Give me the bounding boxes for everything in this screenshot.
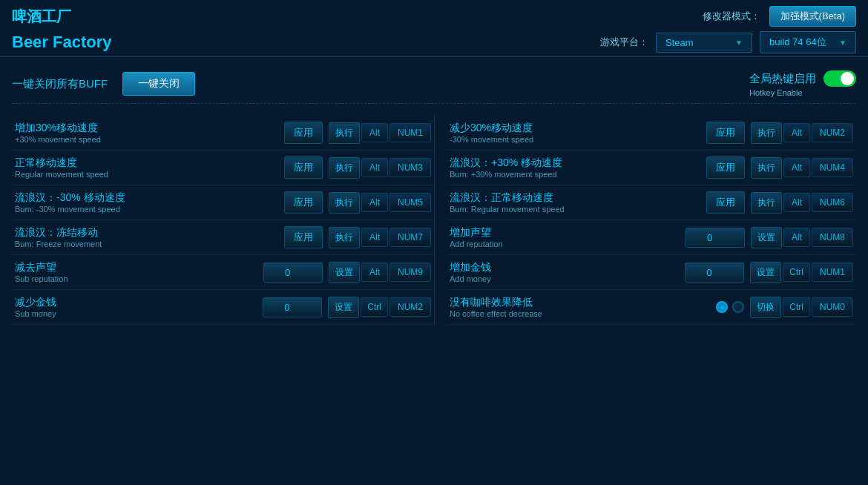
cheat-info: 流浪汉：冻结移动 Bum: Freeze movement	[15, 226, 278, 248]
add-money-input[interactable]	[685, 263, 744, 283]
hotkey-group-6: 设置 Ctrl NUM2	[328, 297, 431, 318]
cheat-name-cn: 流浪汉：+30% 移动速度	[450, 156, 700, 170]
beta-mode-button[interactable]: 加强模式(Beta)	[769, 6, 856, 27]
hotkey-enable-subtitle: Hotkey Enable	[749, 88, 803, 97]
key-ctrl-r6: Ctrl	[783, 297, 810, 317]
top-bar: 一键关闭所有BUFF 一键关闭 全局热键启用 Hotkey Enable	[12, 65, 856, 104]
right-column: 减少30%移动速度 -30% movement speed 应用 执行 Alt …	[434, 116, 856, 325]
cheat-row: 减去声望 Sub reputation 设置 Alt NUM9	[12, 255, 434, 290]
apply-btn-4[interactable]: 应用	[284, 226, 323, 248]
apply-btn-3[interactable]: 应用	[284, 191, 323, 214]
platform-label: 游戏平台：	[600, 36, 648, 49]
cheat-row-r2: 流浪汉：+30% 移动速度 Bum: +30% movement speed 应…	[447, 151, 856, 185]
cheat-row: 流浪汉：冻结移动 Bum: Freeze movement 应用 执行 Alt …	[12, 220, 434, 255]
execute-btn-2[interactable]: 执行	[329, 157, 360, 179]
cheat-info: 增加30%移动速度 +30% movement speed	[15, 122, 278, 144]
cheat-info: 减去声望 Sub reputation	[15, 261, 257, 283]
key-num1-1: NUM1	[389, 123, 431, 142]
key-alt-4: Alt	[361, 228, 388, 247]
app-title-en: Beer Factory	[12, 33, 112, 52]
cheat-row-r1: 减少30%移动速度 -30% movement speed 应用 执行 Alt …	[447, 116, 856, 151]
key-alt-1: Alt	[361, 123, 388, 142]
key-alt-r2: Alt	[783, 158, 810, 177]
modifier-label: 修改器模式：	[703, 10, 760, 23]
hotkey-toggle[interactable]	[823, 70, 856, 87]
cheat-info: 没有咖啡效果降低 No coffee effect decrease	[450, 296, 710, 318]
sub-reputation-input[interactable]	[263, 263, 323, 283]
build-dropdown[interactable]: build 74 64位 ▼	[760, 31, 856, 53]
sub-money-input[interactable]	[263, 297, 322, 317]
key-num1-r5: NUM1	[812, 263, 853, 282]
key-num7-4: NUM7	[389, 228, 431, 247]
cheat-name-en: Bum: +30% movement speed	[450, 170, 700, 179]
chevron-down-icon: ▼	[735, 39, 743, 47]
key-num3-2: NUM3	[389, 158, 431, 177]
cheat-name-cn: 减去声望	[15, 261, 257, 274]
execute-btn-3[interactable]: 执行	[329, 192, 360, 214]
hotkey-group-r1: 执行 Alt NUM2	[751, 122, 853, 144]
hotkey-section: 全局热键启用 Hotkey Enable	[749, 70, 856, 97]
cheat-name-en: Add money	[450, 274, 679, 283]
one-key-label: 一键关闭所有BUFF	[12, 77, 108, 91]
set-btn-r5[interactable]: 设置	[750, 262, 781, 283]
apply-btn-r1[interactable]: 应用	[706, 122, 745, 144]
apply-btn-r2[interactable]: 应用	[706, 156, 745, 179]
apply-btn-1[interactable]: 应用	[284, 122, 323, 144]
key-alt-r1: Alt	[783, 123, 810, 142]
cheat-info: 增加金钱 Add money	[450, 261, 679, 283]
cheat-name-en: -30% movement speed	[450, 135, 700, 144]
coffee-radio-group: ★	[716, 301, 744, 313]
cheat-name-en: Add reputation	[450, 240, 680, 248]
hotkey-group-r2: 执行 Alt NUM4	[751, 157, 853, 179]
hotkey-group-4: 执行 Alt NUM7	[329, 227, 431, 248]
platform-dropdown[interactable]: Steam ▼	[656, 33, 752, 53]
add-reputation-input[interactable]	[685, 228, 745, 248]
apply-btn-2[interactable]: 应用	[284, 156, 323, 179]
key-num2-r1: NUM2	[812, 123, 853, 142]
execute-btn-4[interactable]: 执行	[329, 227, 360, 248]
key-alt-3: Alt	[361, 193, 388, 212]
cheat-name-cn: 增加30%移动速度	[15, 122, 278, 135]
cheat-row: 减少金钱 Sub money 设置 Ctrl NUM2	[12, 290, 434, 325]
execute-btn-1[interactable]: 执行	[329, 122, 360, 144]
cheat-name-cn: 增加声望	[450, 226, 680, 240]
key-ctrl-r5: Ctrl	[783, 263, 810, 282]
app-container: 啤酒工厂 修改器模式： 加强模式(Beta) Beer Factory 游戏平台…	[0, 0, 868, 332]
toggle-btn-r6[interactable]: 切换	[750, 297, 781, 318]
key-alt-5: Alt	[361, 263, 388, 282]
cheat-name-en: Bum: -30% movement speed	[15, 205, 278, 214]
hotkey-group-5: 设置 Alt NUM9	[329, 262, 431, 283]
cheat-name-en: Regular movement speed	[15, 170, 278, 179]
hotkey-group-1: 执行 Alt NUM1	[329, 122, 431, 144]
key-num0-r6: NUM0	[812, 297, 853, 317]
cheat-row: 流浪汉：-30% 移动速度 Bum: -30% movement speed 应…	[12, 185, 434, 220]
cheat-info: 减少金钱 Sub money	[15, 296, 257, 318]
set-btn-5[interactable]: 设置	[329, 262, 360, 283]
execute-btn-r2[interactable]: 执行	[751, 157, 782, 179]
cheat-name-en: No coffee effect decrease	[450, 309, 710, 318]
cheat-name-cn: 减少30%移动速度	[450, 122, 700, 135]
one-key-close-button[interactable]: 一键关闭	[122, 72, 195, 96]
hotkey-group-3: 执行 Alt NUM5	[329, 192, 431, 214]
cheat-row: 正常移动速度 Regular movement speed 应用 执行 Alt …	[12, 151, 434, 185]
apply-btn-r3[interactable]: 应用	[706, 191, 745, 214]
execute-btn-r3[interactable]: 执行	[751, 192, 782, 214]
set-btn-r4[interactable]: 设置	[751, 227, 782, 248]
cheat-name-cn: 减少金钱	[15, 296, 257, 309]
radio-inactive[interactable]	[732, 301, 744, 313]
set-btn-6[interactable]: 设置	[328, 297, 359, 318]
hotkey-group-r5: 设置 Ctrl NUM1	[750, 262, 853, 283]
cheat-info: 流浪汉：+30% 移动速度 Bum: +30% movement speed	[450, 156, 700, 179]
hotkey-group-2: 执行 Alt NUM3	[329, 157, 431, 179]
hotkey-enable-title: 全局热键启用	[749, 72, 816, 86]
key-num2-6: NUM2	[389, 297, 431, 317]
cheat-info: 正常移动速度 Regular movement speed	[15, 156, 278, 179]
header-controls: 修改器模式： 加强模式(Beta)	[703, 6, 856, 27]
radio-active[interactable]: ★	[716, 301, 728, 313]
cheat-info: 减少30%移动速度 -30% movement speed	[450, 122, 700, 144]
key-alt-r4: Alt	[783, 228, 810, 247]
key-alt-r3: Alt	[783, 193, 810, 212]
header: 啤酒工厂 修改器模式： 加强模式(Beta) Beer Factory 游戏平台…	[0, 0, 868, 57]
execute-btn-r1[interactable]: 执行	[751, 122, 782, 144]
cheat-name-cn: 增加金钱	[450, 261, 679, 274]
